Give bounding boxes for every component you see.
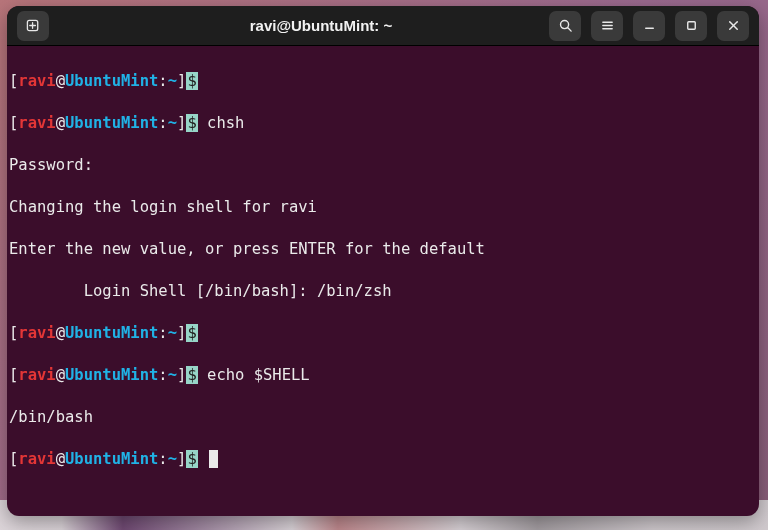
titlebar-actions <box>549 11 749 41</box>
prompt-host: UbuntuMint <box>65 450 158 468</box>
prompt-open: [ <box>9 114 18 132</box>
terminal-line: /bin/bash <box>9 407 757 428</box>
terminal-line: Changing the login shell for ravi <box>9 197 757 218</box>
maximize-button[interactable] <box>675 11 707 41</box>
prompt-dollar: $ <box>186 324 197 342</box>
prompt-close: ] <box>177 366 186 384</box>
window-title: ravi@UbuntuMint: ~ <box>101 17 541 34</box>
prompt-colon: : <box>158 324 167 342</box>
prompt-dollar: $ <box>186 72 197 90</box>
prompt-close: ] <box>177 450 186 468</box>
prompt-at: @ <box>56 72 65 90</box>
new-tab-icon <box>26 18 41 33</box>
prompt-host: UbuntuMint <box>65 324 158 342</box>
prompt-path: ~ <box>168 114 177 132</box>
prompt-at: @ <box>56 450 65 468</box>
prompt-colon: : <box>158 72 167 90</box>
prompt-user: ravi <box>18 72 55 90</box>
terminal-line: Enter the new value, or press ENTER for … <box>9 239 757 260</box>
prompt-open: [ <box>9 450 18 468</box>
svg-line-2 <box>567 28 570 31</box>
prompt-path: ~ <box>168 366 177 384</box>
terminal-line: [ravi@UbuntuMint:~]$ echo $SHELL <box>9 365 757 386</box>
menu-button[interactable] <box>591 11 623 41</box>
prompt-at: @ <box>56 114 65 132</box>
prompt-open: [ <box>9 72 18 90</box>
prompt-dollar: $ <box>186 114 197 132</box>
prompt-open: [ <box>9 324 18 342</box>
prompt-close: ] <box>177 72 186 90</box>
terminal-line: Login Shell [/bin/bash]: /bin/zsh <box>9 281 757 302</box>
prompt-host: UbuntuMint <box>65 72 158 90</box>
cursor <box>209 450 218 468</box>
minimize-icon <box>642 18 657 33</box>
command-text: chsh <box>198 114 245 132</box>
prompt-colon: : <box>158 114 167 132</box>
prompt-colon: : <box>158 366 167 384</box>
terminal-window: ravi@UbuntuMint: ~ <box>7 6 759 516</box>
prompt-host: UbuntuMint <box>65 114 158 132</box>
svg-rect-7 <box>687 22 695 30</box>
prompt-colon: : <box>158 450 167 468</box>
terminal-body[interactable]: [ravi@UbuntuMint:~]$ [ravi@UbuntuMint:~]… <box>7 46 759 516</box>
terminal-line: [ravi@UbuntuMint:~]$ chsh <box>9 113 757 134</box>
prompt-user: ravi <box>18 114 55 132</box>
prompt-path: ~ <box>168 72 177 90</box>
prompt-at: @ <box>56 366 65 384</box>
prompt-user: ravi <box>18 450 55 468</box>
minimize-button[interactable] <box>633 11 665 41</box>
prompt-dollar: $ <box>186 366 197 384</box>
new-tab-button[interactable] <box>17 11 49 41</box>
prompt-host: UbuntuMint <box>65 366 158 384</box>
terminal-line: [ravi@UbuntuMint:~]$ <box>9 449 757 470</box>
search-button[interactable] <box>549 11 581 41</box>
maximize-icon <box>684 18 699 33</box>
prompt-open: [ <box>9 366 18 384</box>
command-text: echo $SHELL <box>198 366 310 384</box>
command-text <box>198 450 207 468</box>
prompt-path: ~ <box>168 450 177 468</box>
prompt-at: @ <box>56 324 65 342</box>
prompt-close: ] <box>177 324 186 342</box>
prompt-user: ravi <box>18 324 55 342</box>
terminal-line: [ravi@UbuntuMint:~]$ <box>9 323 757 344</box>
prompt-user: ravi <box>18 366 55 384</box>
close-icon <box>726 18 741 33</box>
terminal-line: Password: <box>9 155 757 176</box>
terminal-line: [ravi@UbuntuMint:~]$ <box>9 71 757 92</box>
search-icon <box>558 18 573 33</box>
prompt-dollar: $ <box>186 450 197 468</box>
prompt-path: ~ <box>168 324 177 342</box>
close-button[interactable] <box>717 11 749 41</box>
titlebar: ravi@UbuntuMint: ~ <box>7 6 759 46</box>
prompt-close: ] <box>177 114 186 132</box>
menu-icon <box>600 18 615 33</box>
